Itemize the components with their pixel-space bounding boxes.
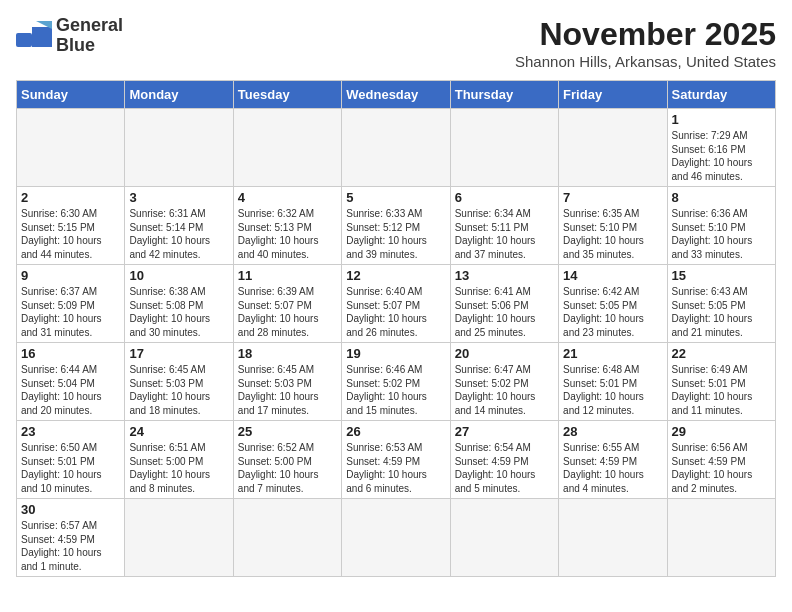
col-monday: Monday	[125, 81, 233, 109]
calendar-day	[450, 499, 558, 577]
day-info: Sunrise: 6:51 AM Sunset: 5:00 PM Dayligh…	[129, 441, 228, 495]
calendar-week-3: 9Sunrise: 6:37 AM Sunset: 5:09 PM Daylig…	[17, 265, 776, 343]
svg-rect-0	[16, 33, 32, 47]
calendar-day: 24Sunrise: 6:51 AM Sunset: 5:00 PM Dayli…	[125, 421, 233, 499]
calendar-day: 29Sunrise: 6:56 AM Sunset: 4:59 PM Dayli…	[667, 421, 775, 499]
day-info: Sunrise: 6:38 AM Sunset: 5:08 PM Dayligh…	[129, 285, 228, 339]
calendar-week-6: 30Sunrise: 6:57 AM Sunset: 4:59 PM Dayli…	[17, 499, 776, 577]
day-number: 21	[563, 346, 662, 361]
calendar-day: 25Sunrise: 6:52 AM Sunset: 5:00 PM Dayli…	[233, 421, 341, 499]
day-info: Sunrise: 6:44 AM Sunset: 5:04 PM Dayligh…	[21, 363, 120, 417]
day-info: Sunrise: 6:31 AM Sunset: 5:14 PM Dayligh…	[129, 207, 228, 261]
calendar-day: 17Sunrise: 6:45 AM Sunset: 5:03 PM Dayli…	[125, 343, 233, 421]
day-info: Sunrise: 6:41 AM Sunset: 5:06 PM Dayligh…	[455, 285, 554, 339]
day-number: 13	[455, 268, 554, 283]
col-saturday: Saturday	[667, 81, 775, 109]
calendar-week-5: 23Sunrise: 6:50 AM Sunset: 5:01 PM Dayli…	[17, 421, 776, 499]
day-number: 20	[455, 346, 554, 361]
calendar-day: 12Sunrise: 6:40 AM Sunset: 5:07 PM Dayli…	[342, 265, 450, 343]
day-number: 28	[563, 424, 662, 439]
day-number: 10	[129, 268, 228, 283]
day-info: Sunrise: 6:46 AM Sunset: 5:02 PM Dayligh…	[346, 363, 445, 417]
day-number: 23	[21, 424, 120, 439]
day-info: Sunrise: 6:47 AM Sunset: 5:02 PM Dayligh…	[455, 363, 554, 417]
day-info: Sunrise: 6:57 AM Sunset: 4:59 PM Dayligh…	[21, 519, 120, 573]
svg-marker-1	[32, 27, 52, 47]
calendar-day	[342, 109, 450, 187]
day-number: 3	[129, 190, 228, 205]
calendar-day	[559, 499, 667, 577]
day-info: Sunrise: 6:52 AM Sunset: 5:00 PM Dayligh…	[238, 441, 337, 495]
day-number: 18	[238, 346, 337, 361]
calendar-day: 20Sunrise: 6:47 AM Sunset: 5:02 PM Dayli…	[450, 343, 558, 421]
calendar-header: Sunday Monday Tuesday Wednesday Thursday…	[17, 81, 776, 109]
day-number: 29	[672, 424, 771, 439]
calendar-day: 21Sunrise: 6:48 AM Sunset: 5:01 PM Dayli…	[559, 343, 667, 421]
logo-text: General Blue	[56, 16, 123, 56]
col-tuesday: Tuesday	[233, 81, 341, 109]
day-number: 14	[563, 268, 662, 283]
day-info: Sunrise: 6:37 AM Sunset: 5:09 PM Dayligh…	[21, 285, 120, 339]
day-number: 1	[672, 112, 771, 127]
calendar-day: 7Sunrise: 6:35 AM Sunset: 5:10 PM Daylig…	[559, 187, 667, 265]
day-number: 9	[21, 268, 120, 283]
day-number: 11	[238, 268, 337, 283]
calendar-day: 22Sunrise: 6:49 AM Sunset: 5:01 PM Dayli…	[667, 343, 775, 421]
day-number: 27	[455, 424, 554, 439]
calendar-day: 9Sunrise: 6:37 AM Sunset: 5:09 PM Daylig…	[17, 265, 125, 343]
calendar-day	[233, 109, 341, 187]
day-number: 8	[672, 190, 771, 205]
calendar-day: 8Sunrise: 6:36 AM Sunset: 5:10 PM Daylig…	[667, 187, 775, 265]
month-title: November 2025	[515, 16, 776, 53]
day-number: 5	[346, 190, 445, 205]
day-info: Sunrise: 6:56 AM Sunset: 4:59 PM Dayligh…	[672, 441, 771, 495]
calendar-day: 3Sunrise: 6:31 AM Sunset: 5:14 PM Daylig…	[125, 187, 233, 265]
day-number: 15	[672, 268, 771, 283]
day-info: Sunrise: 6:45 AM Sunset: 5:03 PM Dayligh…	[129, 363, 228, 417]
calendar-week-4: 16Sunrise: 6:44 AM Sunset: 5:04 PM Dayli…	[17, 343, 776, 421]
day-info: Sunrise: 6:50 AM Sunset: 5:01 PM Dayligh…	[21, 441, 120, 495]
day-info: Sunrise: 6:34 AM Sunset: 5:11 PM Dayligh…	[455, 207, 554, 261]
day-info: Sunrise: 6:53 AM Sunset: 4:59 PM Dayligh…	[346, 441, 445, 495]
title-area: November 2025 Shannon Hills, Arkansas, U…	[515, 16, 776, 70]
day-info: Sunrise: 6:55 AM Sunset: 4:59 PM Dayligh…	[563, 441, 662, 495]
day-info: Sunrise: 6:49 AM Sunset: 5:01 PM Dayligh…	[672, 363, 771, 417]
day-number: 2	[21, 190, 120, 205]
day-info: Sunrise: 6:33 AM Sunset: 5:12 PM Dayligh…	[346, 207, 445, 261]
calendar-day: 4Sunrise: 6:32 AM Sunset: 5:13 PM Daylig…	[233, 187, 341, 265]
day-number: 6	[455, 190, 554, 205]
calendar-day: 11Sunrise: 6:39 AM Sunset: 5:07 PM Dayli…	[233, 265, 341, 343]
calendar-day: 28Sunrise: 6:55 AM Sunset: 4:59 PM Dayli…	[559, 421, 667, 499]
day-number: 16	[21, 346, 120, 361]
logo: General Blue	[16, 16, 123, 56]
header-row: Sunday Monday Tuesday Wednesday Thursday…	[17, 81, 776, 109]
day-info: Sunrise: 6:40 AM Sunset: 5:07 PM Dayligh…	[346, 285, 445, 339]
calendar-week-1: 1Sunrise: 7:29 AM Sunset: 6:16 PM Daylig…	[17, 109, 776, 187]
calendar-day: 10Sunrise: 6:38 AM Sunset: 5:08 PM Dayli…	[125, 265, 233, 343]
day-number: 12	[346, 268, 445, 283]
calendar-day	[559, 109, 667, 187]
calendar-week-2: 2Sunrise: 6:30 AM Sunset: 5:15 PM Daylig…	[17, 187, 776, 265]
calendar-day	[342, 499, 450, 577]
day-info: Sunrise: 6:35 AM Sunset: 5:10 PM Dayligh…	[563, 207, 662, 261]
logo-line1: General	[56, 15, 123, 35]
day-info: Sunrise: 6:36 AM Sunset: 5:10 PM Dayligh…	[672, 207, 771, 261]
day-info: Sunrise: 6:30 AM Sunset: 5:15 PM Dayligh…	[21, 207, 120, 261]
day-info: Sunrise: 6:54 AM Sunset: 4:59 PM Dayligh…	[455, 441, 554, 495]
calendar-day: 6Sunrise: 6:34 AM Sunset: 5:11 PM Daylig…	[450, 187, 558, 265]
col-wednesday: Wednesday	[342, 81, 450, 109]
col-sunday: Sunday	[17, 81, 125, 109]
day-number: 19	[346, 346, 445, 361]
logo-line2: Blue	[56, 35, 95, 55]
calendar-day: 5Sunrise: 6:33 AM Sunset: 5:12 PM Daylig…	[342, 187, 450, 265]
calendar-day: 16Sunrise: 6:44 AM Sunset: 5:04 PM Dayli…	[17, 343, 125, 421]
calendar-day	[125, 499, 233, 577]
calendar-day: 19Sunrise: 6:46 AM Sunset: 5:02 PM Dayli…	[342, 343, 450, 421]
page-header: General Blue November 2025 Shannon Hills…	[16, 16, 776, 70]
location-title: Shannon Hills, Arkansas, United States	[515, 53, 776, 70]
calendar-day: 26Sunrise: 6:53 AM Sunset: 4:59 PM Dayli…	[342, 421, 450, 499]
calendar-day	[125, 109, 233, 187]
calendar-day: 1Sunrise: 7:29 AM Sunset: 6:16 PM Daylig…	[667, 109, 775, 187]
calendar-day	[17, 109, 125, 187]
calendar-table: Sunday Monday Tuesday Wednesday Thursday…	[16, 80, 776, 577]
